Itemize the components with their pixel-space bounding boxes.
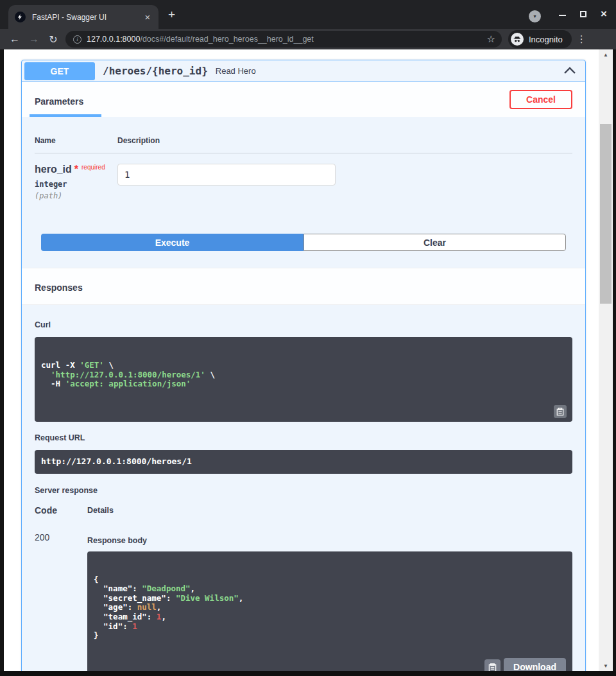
server-response-table: Code 200 Details Response body { "name":… (35, 505, 572, 672)
param-value-cell (117, 164, 572, 200)
response-body-label: Response body (87, 536, 572, 545)
scrollbar-thumb[interactable] (600, 124, 612, 304)
responses-section-title: Responses (22, 268, 585, 305)
param-name-header: Name (35, 136, 117, 145)
curl-command-text: curl -X 'GET' \ 'http://127.0.0.1:8000/h… (41, 361, 566, 389)
code-header: Code (35, 505, 87, 516)
window-border-bottom (0, 671, 616, 676)
request-url-block: http://127.0.0.1:8000/heroes/1 (35, 450, 572, 474)
required-asterisk: * (74, 164, 78, 175)
url-bar[interactable]: i 127.0.0.1:8000/docs#/default/read_hero… (65, 31, 502, 48)
param-type: integer (35, 180, 117, 189)
window-border-left (0, 49, 4, 676)
copy-curl-button[interactable] (554, 405, 567, 418)
request-url-label: Request URL (35, 433, 572, 442)
responses-body: Curl curl -X 'GET' \ 'http://127.0.0.1:8… (22, 305, 585, 671)
browser-toolbar: ← → ↻ i 127.0.0.1:8000/docs#/default/rea… (0, 29, 616, 49)
endpoint-path: /heroes/{hero_id} (103, 65, 208, 77)
http-method-badge: GET (24, 62, 95, 80)
required-label: required (81, 164, 105, 171)
hero-id-input[interactable] (117, 164, 336, 186)
reload-icon[interactable]: ↻ (44, 33, 63, 46)
browser-tab[interactable]: FastAPI - Swagger UI × (8, 5, 158, 29)
url-path: /docs#/default/read_hero_heroes__hero_id… (140, 35, 313, 44)
swagger-page: GET /heroes/{hero_id} Read Hero Paramete… (4, 49, 599, 671)
incognito-badge: Incognito (508, 30, 572, 48)
param-description-header: Description (117, 136, 572, 145)
curl-command-block: curl -X 'GET' \ 'http://127.0.0.1:8000/h… (35, 337, 572, 422)
details-header: Details (87, 505, 572, 515)
parameters-section-header: Parameters Cancel (22, 82, 585, 117)
window-minimize-button[interactable] (559, 9, 566, 16)
copy-response-button[interactable] (484, 659, 501, 671)
execute-button[interactable]: Execute (41, 234, 304, 251)
response-body-block: { "name": "Deadpond", "secret_name": "Di… (87, 551, 572, 672)
opblock-get-heroes: GET /heroes/{hero_id} Read Hero Paramete… (21, 60, 586, 671)
param-row: hero_id*required integer (path) (35, 153, 572, 200)
response-body-json: { "name": "Deadpond", "secret_name": "Di… (94, 575, 566, 641)
back-icon[interactable]: ← (5, 33, 24, 45)
url-host: 127.0.0.1:8000 (87, 35, 140, 44)
bookmark-star-icon[interactable]: ☆ (487, 33, 495, 45)
tab-title: FastAPI - Swagger UI (32, 13, 142, 22)
param-name-cell: hero_id*required integer (path) (35, 164, 117, 200)
forward-icon[interactable]: → (24, 33, 44, 45)
tab-parameters[interactable]: Parameters (30, 86, 101, 117)
incognito-icon (511, 33, 524, 46)
window-close-button[interactable]: × (601, 10, 607, 19)
scrollbar-up-icon[interactable]: ▲ (599, 49, 613, 60)
tab-close-icon[interactable]: × (142, 12, 153, 23)
window-border-right (613, 49, 616, 676)
curl-label: Curl (35, 320, 572, 329)
clear-button[interactable]: Clear (304, 234, 566, 251)
browser-tab-strip: FastAPI - Swagger UI × + ▾ × (0, 0, 616, 29)
incognito-label: Incognito (529, 35, 563, 44)
window-maximize-button[interactable] (580, 11, 586, 17)
browser-menu-icon[interactable]: ⋮ (577, 37, 586, 41)
download-button[interactable]: Download (504, 658, 566, 671)
param-location: (path) (35, 191, 117, 200)
execute-bar: Execute Clear (41, 234, 566, 251)
tab-search-icon[interactable]: ▾ (529, 10, 541, 22)
param-name: hero_id (35, 164, 72, 175)
site-info-icon[interactable]: i (73, 35, 81, 44)
endpoint-summary: Read Hero (216, 66, 256, 76)
scrollbar-down-icon[interactable]: ▼ (599, 661, 613, 671)
server-response-label: Server response (35, 486, 572, 495)
parameters-table: Name Description hero_id*required intege… (22, 117, 585, 251)
opblock-header[interactable]: GET /heroes/{hero_id} Read Hero (22, 60, 585, 82)
page-scrollbar[interactable]: ▲ ▼ (599, 49, 613, 671)
fastapi-favicon-icon (15, 12, 26, 22)
status-code: 200 (35, 532, 87, 542)
cancel-button[interactable]: Cancel (509, 90, 572, 109)
collapse-chevron-icon[interactable] (563, 65, 576, 77)
url-text: 127.0.0.1:8000/docs#/default/read_hero_h… (87, 35, 483, 44)
new-tab-button[interactable]: + (168, 8, 175, 21)
